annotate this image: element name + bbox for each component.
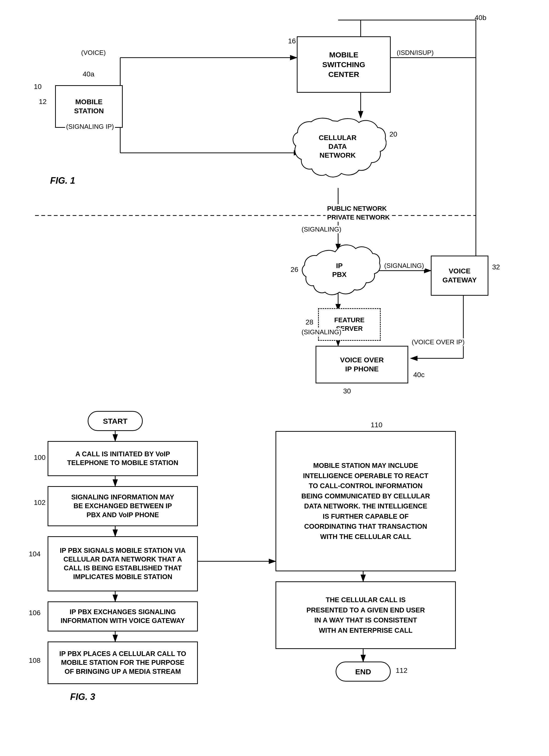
ref-104: 104 xyxy=(29,550,41,558)
svg-text:IP: IP xyxy=(336,262,342,270)
svg-text:CELLULAR: CELLULAR xyxy=(319,134,357,142)
diagram: 10 40b 40a MOBILESWITCHINGCENTER 16 CELL… xyxy=(0,0,549,756)
public-network-label: PUBLIC NETWORK xyxy=(325,204,388,213)
signaling-ip-label: (SIGNALING IP) xyxy=(65,123,115,131)
private-network-label: PRIVATE NETWORK xyxy=(325,213,391,222)
isdn-isup-label: (ISDN/ISUP) xyxy=(396,49,434,57)
fig1-label: FIG. 1 xyxy=(50,175,75,186)
ref-28: 28 xyxy=(305,318,313,326)
end-oval: END xyxy=(335,662,391,682)
mobile-station-box: MOBILESTATION xyxy=(55,85,123,128)
ref-16: 16 xyxy=(288,37,296,45)
voip-phone-box: VOICE OVERIP PHONE xyxy=(315,346,408,383)
svg-text:DATA: DATA xyxy=(328,143,347,150)
voice-gateway-box: VOICEGATEWAY xyxy=(431,256,488,296)
ref-40a: 40a xyxy=(83,70,94,78)
ref-32: 32 xyxy=(492,263,500,271)
start-oval: START xyxy=(88,411,143,431)
ref-20: 20 xyxy=(389,130,397,138)
step-108-box: IP PBX PLACES A CELLULAR CALL TOMOBILE S… xyxy=(48,641,198,684)
step-100-box: A CALL IS INITIATED BY VoIPTELEPHONE TO … xyxy=(48,441,198,476)
ip-pbx-cloud: IP PBX xyxy=(298,243,381,301)
cellular-data-network-cloud: CELLULAR DATA NETWORK xyxy=(289,116,386,189)
ref-30: 30 xyxy=(343,387,351,395)
step-102-box: SIGNALING INFORMATION MAYBE EXCHANGED BE… xyxy=(48,486,198,526)
ref-106: 106 xyxy=(29,609,41,617)
ref-110: 110 xyxy=(371,421,382,429)
ref-10: 10 xyxy=(34,83,42,91)
ref-40c: 40c xyxy=(413,371,424,379)
ref-12: 12 xyxy=(39,98,47,106)
ref-102: 102 xyxy=(34,499,46,507)
step-110-box: MOBILE STATION MAY INCLUDEINTELLIGENCE O… xyxy=(275,431,456,571)
svg-text:NETWORK: NETWORK xyxy=(319,151,356,159)
svg-text:PBX: PBX xyxy=(332,271,347,278)
ref-100: 100 xyxy=(34,454,46,462)
signaling-label-1: (SIGNALING) xyxy=(300,226,342,233)
ref-108: 108 xyxy=(29,657,41,665)
step-112-box: THE CELLULAR CALL ISPRESENTED TO A GIVEN… xyxy=(275,581,456,649)
voice-label: (VOICE) xyxy=(80,49,107,57)
voice-over-ip-label: (VOICE OVER IP) xyxy=(411,338,466,346)
ref-26: 26 xyxy=(290,266,298,274)
fig3-label: FIG. 3 xyxy=(70,692,95,702)
step-106-box: IP PBX EXCHANGES SIGNALINGINFORMATION WI… xyxy=(48,601,198,631)
mobile-switching-center-box: MOBILESWITCHINGCENTER xyxy=(297,36,391,93)
step-104-box: IP PBX SIGNALS MOBILE STATION VIACELLULA… xyxy=(48,536,198,591)
ref-40b: 40b xyxy=(475,14,486,22)
signaling-label-3: (SIGNALING) xyxy=(300,328,342,336)
signaling-label-2: (SIGNALING) xyxy=(383,262,425,270)
ref-112: 112 xyxy=(396,667,407,675)
